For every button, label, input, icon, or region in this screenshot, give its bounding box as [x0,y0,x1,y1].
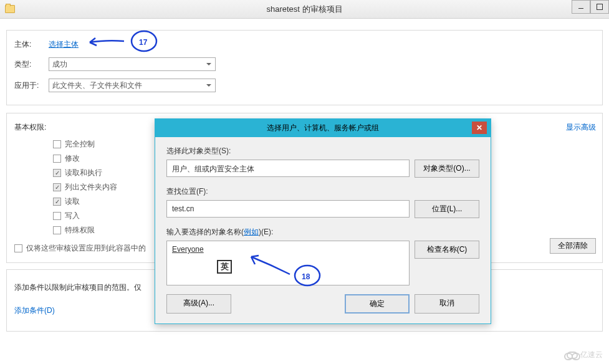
window-controls [572,0,609,14]
checkbox-icon [53,140,61,148]
maximize-button[interactable] [590,0,609,14]
checkbox-icon [53,226,61,234]
cloud-icon [567,352,578,359]
select-principal-link[interactable]: 选择主体 [49,39,79,50]
cancel-button[interactable]: 取消 [415,294,479,314]
dialog-title-bar[interactable]: 选择用户、计算机、服务帐户或组 ✕ [155,119,491,137]
checkbox-icon [53,155,61,163]
location-field: test.cn [166,200,410,218]
object-types-button[interactable]: 对象类型(O)... [415,160,479,178]
show-advanced-link[interactable]: 显示高级 [566,122,596,133]
location-label: 查找位置(F): [166,186,479,197]
close-icon[interactable]: ✕ [472,122,487,134]
applies-select[interactable]: 此文件夹、子文件夹和文件 [49,79,216,92]
object-name-input[interactable]: Everyone 英 [166,241,410,285]
locations-button[interactable]: 位置(L)... [415,200,479,218]
checkbox-icon [14,244,22,252]
checkbox-checked-icon [53,183,61,191]
form-panel: 主体: 选择主体 类型: 成功 应用于: 此文件夹、子文件夹和文件 [6,30,603,105]
ok-button[interactable]: 确定 [345,294,410,314]
type-label: 类型: [14,59,49,70]
check-names-button[interactable]: 检查名称(C) [415,241,479,259]
window-title: sharetest 的审核项目 [266,4,342,15]
example-link[interactable]: 例如 [244,228,259,236]
applies-label: 应用于: [14,80,49,91]
select-user-dialog: 选择用户、计算机、服务帐户或组 ✕ 选择此对象类型(S): 用户、组或内置安全主… [155,118,491,324]
object-type-field: 用户、组或内置安全主体 [166,160,410,177]
checkbox-icon [53,212,61,220]
type-select[interactable]: 成功 [49,57,216,71]
object-name-label: 输入要选择的对象名称(例如)(E): [166,227,479,237]
object-type-label: 选择此对象类型(S): [166,146,479,156]
advanced-button[interactable]: 高级(A)... [166,294,231,314]
dialog-title: 选择用户、计算机、服务帐户或组 [267,123,379,133]
folder-icon [5,5,15,13]
ime-indicator: 英 [217,260,232,274]
minimize-button[interactable] [572,0,590,14]
checkbox-checked-icon [53,198,61,206]
watermark: 亿速云 [567,350,603,360]
checkbox-checked-icon [53,169,61,177]
principal-label: 主体: [14,39,49,50]
clear-all-button[interactable]: 全部清除 [550,238,596,254]
title-bar: sharetest 的审核项目 [0,0,609,19]
add-condition-link[interactable]: 添加条件(D) [14,306,55,315]
